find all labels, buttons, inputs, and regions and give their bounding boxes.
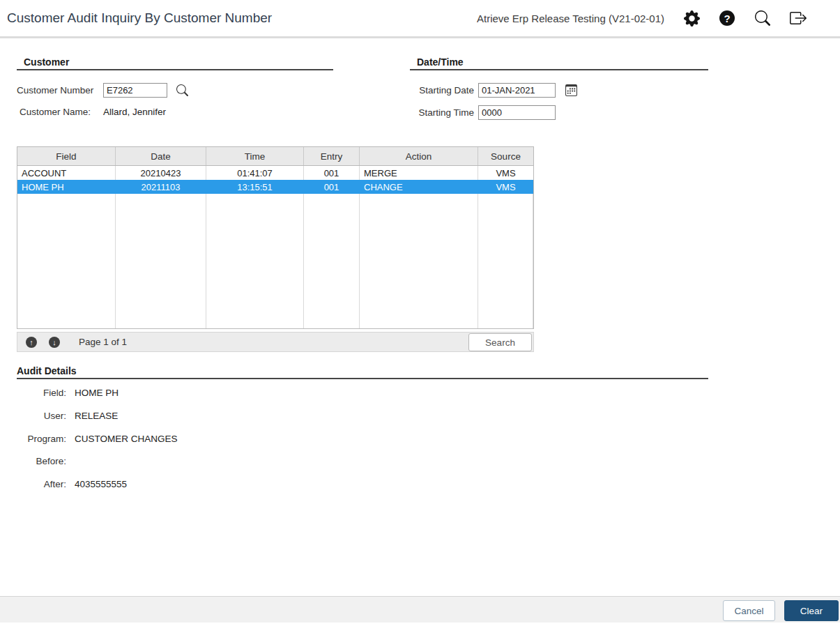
cell-action: MERGE [360,166,478,180]
starting-time-label: Starting Time [408,107,474,118]
column-header-entry: Entry [304,147,360,165]
customer-audit-inquiry-page: Customer Audit Inquiry By Customer Numbe… [0,0,840,626]
table-header-row: Field Date Time Entry Action Source [17,147,533,166]
customer-name-label: Customer Name: [20,107,91,117]
cell-field: HOME PH [17,180,116,194]
audit-details-rule [17,378,708,379]
column-header-action: Action [360,147,478,165]
audit-results-table: Field Date Time Entry Action Source ACCO… [17,146,534,329]
customer-section-title: Customer [24,56,69,68]
customer-section-rule [17,69,333,70]
page-up-button[interactable]: ↑ [26,337,37,348]
detail-after-label: After: [17,479,66,489]
search-button[interactable]: Search [468,333,532,351]
cell-action: CHANGE [360,180,478,194]
bottom-action-bar: Cancel Clear [0,596,840,623]
page-title: Customer Audit Inquiry By Customer Numbe… [7,10,272,26]
logout-icon[interactable] [790,10,807,26]
table-footer-bar: ↑ ↓ Page 1 of 1 Search [17,332,534,352]
detail-program-label: Program: [17,434,66,444]
datetime-section-rule [410,69,708,70]
customer-lookup-search-icon[interactable] [176,84,188,99]
clear-button[interactable]: Clear [784,600,839,621]
cell-field: ACCOUNT [17,166,116,180]
cell-time: 13:15:51 [206,180,304,194]
cell-date: 20210423 [116,166,206,180]
cell-entry: 001 [304,180,360,194]
table-row[interactable]: ACCOUNT 20210423 01:41:07 001 MERGE VMS [17,166,533,180]
starting-time-input[interactable] [478,105,556,120]
cell-date: 20211103 [116,180,206,194]
cell-time: 01:41:07 [206,166,304,180]
help-glyph: ? [719,10,735,26]
detail-user-label: User: [17,411,66,421]
help-icon[interactable]: ? [719,10,735,26]
starting-date-label: Starting Date [408,85,474,96]
customer-number-label: Customer Number [17,85,93,96]
column-header-source: Source [478,147,533,165]
search-icon[interactable] [754,10,771,26]
table-row-selected[interactable]: HOME PH 20211103 13:15:51 001 CHANGE VMS [17,180,533,194]
cancel-button[interactable]: Cancel [723,600,775,621]
settings-gear-icon[interactable] [683,10,700,26]
customer-number-input[interactable] [103,83,167,98]
detail-before-label: Before: [17,456,66,466]
cell-source: VMS [478,166,533,180]
cell-entry: 001 [304,166,360,180]
audit-details-title: Audit Details [17,365,77,376]
starting-date-input[interactable] [478,83,556,98]
customer-name-value: Allard, Jennifer [103,107,166,117]
page-down-button[interactable]: ↓ [49,337,60,348]
datetime-section-title: Date/Time [417,56,464,68]
pagination-label: Page 1 of 1 [79,337,127,347]
detail-user-value: RELEASE [75,411,563,421]
detail-field-value: HOME PH [75,388,563,398]
environment-label: Atrieve Erp Release Testing (V21-02-01) [477,13,664,24]
header-bar: Customer Audit Inquiry By Customer Numbe… [0,0,840,38]
column-header-time: Time [206,147,304,165]
table-empty-area [17,194,533,328]
detail-after-value: 4035555555 [75,479,563,489]
column-header-date: Date [116,147,206,165]
detail-field-label: Field: [17,388,66,398]
calendar-icon[interactable] [565,84,577,99]
cell-source: VMS [478,180,533,194]
detail-program-value: CUSTOMER CHANGES [75,434,563,444]
column-header-field: Field [17,147,116,165]
